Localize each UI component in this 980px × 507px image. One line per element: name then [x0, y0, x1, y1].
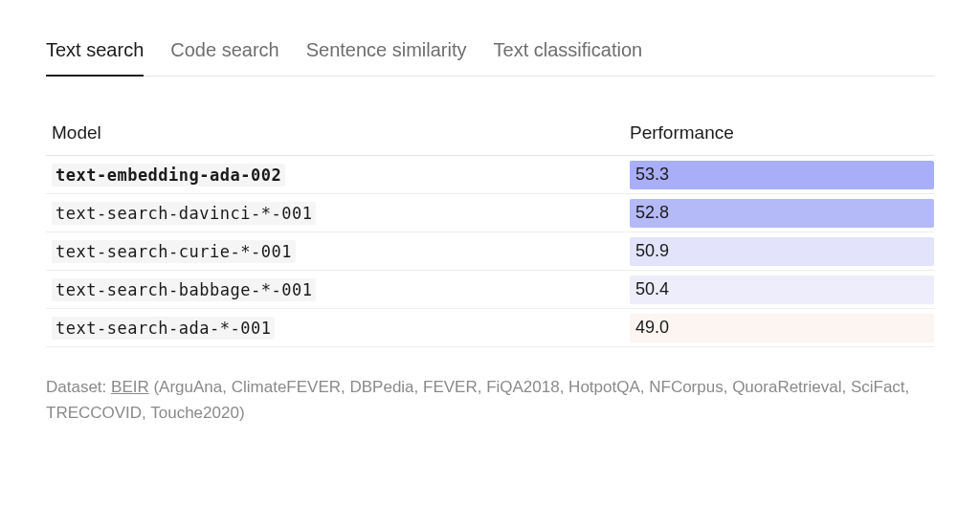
table-row: text-search-babbage-*-00150.4	[46, 271, 934, 309]
performance-table: Model Performance text-embedding-ada-002…	[46, 122, 934, 347]
performance-bar	[630, 199, 934, 228]
tab-text-search[interactable]: Text search	[46, 39, 144, 77]
footnote-suffix: (ArguAna, ClimateFEVER, DBPedia, FEVER, …	[46, 378, 909, 422]
tab-sentence-similarity[interactable]: Sentence similarity	[306, 39, 467, 77]
performance-value: 50.4	[630, 279, 669, 299]
header-model: Model	[46, 122, 630, 143]
performance-cell: 50.4	[630, 276, 934, 304]
model-cell: text-search-babbage-*-001	[46, 280, 630, 299]
table-row: text-search-curie-*-00150.9	[46, 232, 934, 271]
model-name: text-search-ada-*-001	[52, 317, 275, 340]
dataset-footnote: Dataset: BEIR (ArguAna, ClimateFEVER, DB…	[46, 374, 934, 426]
performance-cell: 50.9	[630, 237, 934, 266]
footnote-prefix: Dataset:	[46, 378, 111, 396]
performance-bar	[630, 161, 934, 189]
tab-code-search[interactable]: Code search	[170, 39, 278, 77]
model-cell: text-search-ada-*-001	[46, 319, 630, 338]
model-name: text-embedding-ada-002	[52, 164, 285, 187]
performance-bar	[630, 237, 934, 266]
performance-bar	[630, 276, 934, 304]
performance-cell: 53.3	[630, 161, 934, 189]
performance-value: 49.0	[630, 318, 669, 338]
dataset-link[interactable]: BEIR	[111, 378, 149, 396]
model-name: text-search-babbage-*-001	[52, 278, 316, 301]
model-name: text-search-davinci-*-001	[52, 202, 316, 225]
header-performance: Performance	[630, 122, 934, 143]
table-header: Model Performance	[46, 122, 934, 156]
table-row: text-search-ada-*-00149.0	[46, 309, 934, 347]
performance-value: 52.8	[630, 203, 669, 223]
performance-cell: 52.8	[630, 199, 934, 228]
performance-value: 53.3	[630, 165, 669, 185]
tab-text-classification[interactable]: Text classification	[494, 39, 643, 77]
performance-cell: 49.0	[630, 314, 934, 342]
performance-value: 50.9	[630, 241, 669, 261]
model-cell: text-search-davinci-*-001	[46, 204, 630, 223]
performance-bar	[630, 314, 934, 342]
table-row: text-embedding-ada-00253.3	[46, 156, 934, 194]
model-cell: text-search-curie-*-001	[46, 242, 630, 261]
model-name: text-search-curie-*-001	[52, 240, 296, 263]
model-cell: text-embedding-ada-002	[46, 165, 630, 185]
table-row: text-search-davinci-*-00152.8	[46, 194, 934, 232]
tab-bar: Text searchCode searchSentence similarit…	[46, 38, 934, 77]
